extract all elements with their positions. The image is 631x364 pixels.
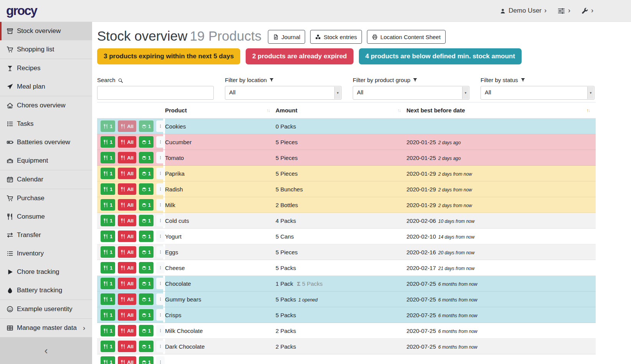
sidebar-item-example-userentity[interactable]: Example userentity bbox=[0, 300, 92, 318]
sidebar-item-consume[interactable]: Consume bbox=[0, 208, 92, 226]
sidebar-item-tasks[interactable]: Tasks bbox=[0, 115, 92, 133]
open-one-button[interactable]: 1 bbox=[139, 278, 154, 289]
consume-one-button[interactable]: 1 bbox=[101, 309, 115, 321]
status-alert[interactable]: 3 products expiring within the next 5 da… bbox=[97, 48, 240, 64]
consume-all-button[interactable]: All bbox=[118, 168, 136, 179]
consume-all-button[interactable]: All bbox=[118, 152, 136, 163]
location-content-sheet-button[interactable]: Location Content Sheet bbox=[367, 30, 446, 44]
consume-one-button[interactable]: 1 bbox=[101, 199, 115, 211]
open-one-button[interactable]: 1 bbox=[139, 183, 154, 195]
consume-all-button[interactable]: All bbox=[118, 293, 136, 305]
row-menu-button[interactable] bbox=[156, 309, 165, 321]
consume-all-button[interactable]: All bbox=[118, 120, 136, 132]
consume-all-button[interactable]: All bbox=[118, 183, 136, 195]
sidebar-item-chores-overview[interactable]: Chores overview bbox=[0, 96, 92, 115]
row-menu-button[interactable] bbox=[156, 199, 165, 211]
sidebar-item-batteries-overview[interactable]: Batteries overview bbox=[0, 133, 92, 152]
consume-one-button[interactable]: 1 bbox=[101, 183, 115, 195]
open-one-button[interactable]: 1 bbox=[139, 120, 154, 132]
row-menu-button[interactable] bbox=[156, 168, 165, 179]
consume-one-button[interactable]: 1 bbox=[101, 168, 115, 179]
consume-all-button[interactable]: All bbox=[118, 199, 136, 211]
row-menu-button[interactable] bbox=[156, 215, 165, 226]
consume-one-button[interactable]: 1 bbox=[101, 215, 115, 226]
row-menu-button[interactable] bbox=[156, 152, 165, 163]
open-one-button[interactable]: 1 bbox=[139, 168, 154, 179]
consume-all-button[interactable]: All bbox=[118, 246, 136, 258]
row-menu-button[interactable] bbox=[156, 136, 165, 148]
user-menu[interactable]: Demo User › bbox=[500, 7, 547, 15]
row-menu-button[interactable] bbox=[156, 356, 165, 364]
consume-one-button[interactable]: 1 bbox=[101, 293, 115, 305]
consume-all-button[interactable]: All bbox=[118, 136, 136, 148]
row-menu-button[interactable] bbox=[156, 231, 165, 242]
consume-one-button[interactable]: 1 bbox=[101, 231, 115, 242]
row-menu-button[interactable] bbox=[156, 293, 165, 305]
column-header-next-best-before-date[interactable]: Next best before date↑↓ bbox=[406, 102, 596, 118]
column-header-amount[interactable]: Amount↑↓ bbox=[276, 102, 406, 118]
filter-by-location-select[interactable]: All ▾ bbox=[225, 86, 342, 100]
search-input[interactable] bbox=[97, 86, 214, 100]
stock-entries-button[interactable]: Stock entries bbox=[310, 30, 362, 44]
sidebar-item-purchase[interactable]: Purchase bbox=[0, 189, 92, 208]
consume-all-button[interactable]: All bbox=[118, 309, 136, 321]
open-one-button[interactable]: 1 bbox=[139, 246, 154, 258]
consume-all-button[interactable]: All bbox=[118, 325, 136, 336]
consume-all-button[interactable]: All bbox=[118, 231, 136, 242]
consume-one-button[interactable]: 1 bbox=[101, 341, 115, 352]
app-logo[interactable]: grocy bbox=[6, 3, 37, 18]
sidebar-item-calendar[interactable]: Calendar bbox=[0, 170, 92, 189]
row-menu-button[interactable] bbox=[156, 341, 165, 352]
sidebar-item-shopping-list[interactable]: Shopping list bbox=[0, 40, 92, 59]
row-menu-button[interactable] bbox=[156, 278, 165, 289]
consume-one-button[interactable]: 1 bbox=[101, 136, 115, 148]
open-one-button[interactable]: 1 bbox=[139, 309, 154, 321]
consume-one-button[interactable]: 1 bbox=[101, 278, 115, 289]
sidebar-item-meal-plan[interactable]: Meal plan bbox=[0, 77, 92, 96]
column-header-product[interactable]: Product↑↓ bbox=[165, 102, 276, 118]
open-one-button[interactable]: 1 bbox=[139, 293, 154, 305]
open-one-button[interactable]: 1 bbox=[139, 199, 154, 211]
row-menu-button[interactable] bbox=[156, 120, 165, 132]
sidebar-item-inventory[interactable]: Inventory bbox=[0, 244, 92, 263]
sidebar-item-battery-tracking[interactable]: Battery tracking bbox=[0, 281, 92, 300]
open-one-button[interactable]: 1 bbox=[139, 231, 154, 242]
row-menu-button[interactable] bbox=[156, 262, 165, 273]
row-menu-button[interactable] bbox=[156, 325, 165, 336]
open-one-button[interactable]: 1 bbox=[139, 325, 154, 336]
sidebar-item-transfer[interactable]: Transfer bbox=[0, 226, 92, 244]
sliders-icon bbox=[557, 7, 565, 15]
consume-one-button[interactable]: 1 bbox=[101, 262, 115, 273]
filter-by-status-select[interactable]: All ▾ bbox=[481, 86, 595, 100]
open-one-button[interactable]: 1 bbox=[139, 152, 154, 163]
open-one-button[interactable]: 1 bbox=[139, 356, 154, 364]
consume-all-button[interactable]: All bbox=[118, 356, 136, 364]
filter-by-product-group-select[interactable]: All ▾ bbox=[353, 86, 469, 100]
open-one-button[interactable]: 1 bbox=[139, 341, 154, 352]
consume-all-button[interactable]: All bbox=[118, 262, 136, 273]
consume-one-button[interactable]: 1 bbox=[101, 152, 115, 163]
sidebar-item-recipes[interactable]: Recipes bbox=[0, 59, 92, 77]
admin-menu[interactable]: › bbox=[581, 7, 593, 15]
consume-one-button[interactable]: 1 bbox=[101, 246, 115, 258]
consume-one-button[interactable]: 1 bbox=[101, 356, 115, 364]
consume-one-button[interactable]: 1 bbox=[101, 120, 115, 132]
sidebar-item-equipment[interactable]: Equipment bbox=[0, 152, 92, 170]
settings-menu[interactable]: › bbox=[557, 7, 570, 15]
row-menu-button[interactable] bbox=[156, 183, 165, 195]
consume-all-button[interactable]: All bbox=[118, 215, 136, 226]
open-one-button[interactable]: 1 bbox=[139, 262, 154, 273]
status-alert[interactable]: 2 products are already expired bbox=[246, 48, 353, 64]
status-alert[interactable]: 4 products are below defined min. stock … bbox=[359, 48, 522, 64]
sidebar-item-chore-tracking[interactable]: Chore tracking bbox=[0, 263, 92, 281]
consume-one-button[interactable]: 1 bbox=[101, 325, 115, 336]
journal-button[interactable]: Journal bbox=[268, 30, 305, 44]
open-one-button[interactable]: 1 bbox=[139, 215, 154, 226]
row-menu-button[interactable] bbox=[156, 246, 165, 258]
sidebar-item-manage-master-data[interactable]: Manage master data› bbox=[0, 319, 92, 337]
open-one-button[interactable]: 1 bbox=[139, 136, 154, 148]
consume-all-button[interactable]: All bbox=[118, 278, 136, 289]
sidebar-collapse-button[interactable]: ‹ bbox=[0, 337, 92, 364]
consume-all-button[interactable]: All bbox=[118, 341, 136, 352]
sidebar-item-stock-overview[interactable]: Stock overview bbox=[0, 22, 92, 40]
